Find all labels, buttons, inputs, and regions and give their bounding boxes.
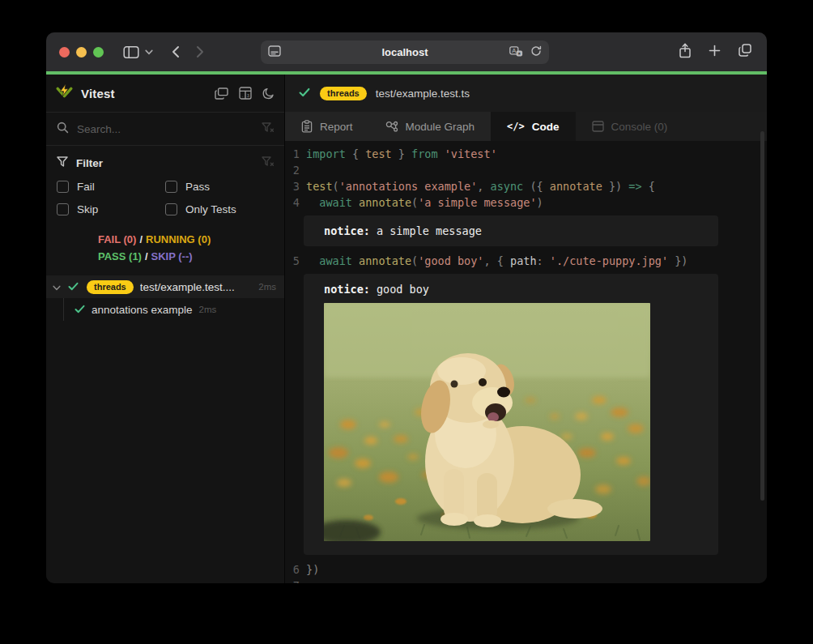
clear-filters-icon[interactable]: [262, 156, 274, 170]
puppy-image: [324, 303, 650, 541]
code-icon: </>: [507, 121, 525, 132]
minimize-window-button[interactable]: [76, 47, 87, 58]
sidebar-toggle-icon[interactable]: [123, 45, 139, 59]
vitest-logo-icon: [56, 83, 73, 103]
pool-badge: threads: [87, 280, 134, 294]
scrollbar-thumb[interactable]: [760, 131, 764, 501]
pass-check-icon: [68, 279, 79, 294]
forward-button[interactable]: [196, 45, 205, 58]
filter-section: Filter Fail: [46, 146, 284, 215]
tab-report[interactable]: Report: [285, 112, 369, 141]
code-line: 5 await annotate('good boy', { path: './…: [285, 253, 767, 269]
zoom-window-button[interactable]: [93, 47, 104, 58]
checkbox-box[interactable]: [57, 203, 69, 215]
dashboard-icon[interactable]: 3 .: [239, 87, 252, 100]
sidebar-header: Vitest 3 .: [46, 75, 284, 113]
share-icon[interactable]: [679, 43, 692, 62]
main-panel: threads test/example.test.ts Report: [285, 75, 767, 583]
reload-icon[interactable]: [530, 45, 542, 60]
checkbox-box[interactable]: [165, 181, 177, 193]
fail-count: FAIL (0): [98, 233, 136, 245]
test-file-name: test/example.test....: [140, 281, 253, 293]
dark-mode-moon-icon[interactable]: [262, 87, 275, 100]
tab-code[interactable]: </> Code: [491, 112, 575, 141]
open-file-name: test/example.test.ts: [376, 87, 470, 100]
browser-window: localhost A ★: [46, 32, 767, 583]
console-drawer-icon[interactable]: [215, 87, 228, 100]
test-duration: 2ms: [199, 305, 217, 314]
pool-badge: threads: [320, 87, 367, 100]
status-line-1: FAIL (0)/RUNNING (0): [98, 231, 284, 248]
code-line: 3test('annotations example', async ({ an…: [285, 178, 767, 194]
skip-count: SKIP (--): [151, 250, 193, 262]
code-line: 6}): [285, 561, 767, 578]
pass-check-icon: [299, 86, 310, 100]
url-text: localhost: [261, 46, 549, 58]
search-input[interactable]: Search...: [77, 123, 121, 135]
address-bar[interactable]: localhost A ★: [261, 41, 549, 64]
view-tab-bar: Report Module Graph </> Code: [285, 112, 767, 141]
code-line: 4 await annotate('a simple message'): [285, 194, 767, 211]
checkbox-box[interactable]: [57, 181, 69, 193]
checkbox-skip[interactable]: Skip: [57, 203, 165, 215]
clear-search-filter-icon[interactable]: [262, 122, 274, 136]
screen-background: localhost A ★: [0, 0, 813, 644]
new-tab-icon[interactable]: [709, 45, 721, 60]
code-line: 2: [285, 162, 767, 178]
code-line: 7: [285, 578, 767, 583]
back-button[interactable]: [171, 45, 180, 58]
close-window-button[interactable]: [59, 47, 70, 58]
test-file-row[interactable]: threads test/example.test.... 2ms: [46, 275, 284, 298]
browser-toolbar: localhost A ★: [46, 32, 767, 71]
tab-module-graph[interactable]: Module Graph: [369, 112, 492, 141]
annotation-notice: notice:a simple message: [304, 215, 718, 246]
filter-heading: Filter: [76, 157, 103, 169]
checkbox-fail[interactable]: Fail: [57, 181, 165, 193]
status-line-2: PASS (1)/SKIP (--): [98, 248, 284, 265]
app-title: Vitest: [81, 87, 115, 100]
translate-icon[interactable]: A ★: [509, 45, 523, 60]
tab-console[interactable]: Console (0): [576, 112, 684, 141]
svg-text:3: 3: [247, 93, 249, 98]
svg-text:★: ★: [517, 50, 521, 55]
vitest-sidebar: Vitest 3 .: [46, 75, 285, 583]
test-case-row[interactable]: annotations example 2ms: [46, 298, 284, 321]
file-header: threads test/example.test.ts: [285, 75, 767, 112]
page-settings-icon[interactable]: [268, 45, 281, 60]
tab-overview-icon[interactable]: [738, 43, 752, 61]
indent-guide: [63, 298, 64, 321]
test-status-summary: FAIL (0)/RUNNING (0) PASS (1)/SKIP (--): [46, 231, 284, 265]
checkbox-box[interactable]: [165, 203, 177, 215]
search-bar[interactable]: Search...: [46, 113, 284, 146]
filter-funnel-icon: [57, 156, 68, 170]
checkbox-pass[interactable]: Pass: [165, 181, 274, 193]
svg-text:A: A: [512, 46, 516, 53]
collapse-chevron-icon[interactable]: [53, 279, 61, 294]
annotation-notice-with-image: notice:good boy: [304, 274, 718, 555]
test-case-name: annotations example: [92, 304, 193, 316]
test-tree: threads test/example.test.... 2ms annota…: [46, 275, 284, 583]
checkbox-only-tests[interactable]: Only Tests: [165, 203, 274, 215]
pass-check-icon: [74, 302, 85, 317]
traffic-lights: [59, 47, 104, 58]
search-icon: [57, 122, 69, 137]
pass-count: PASS (1): [98, 250, 142, 262]
code-editor[interactable]: 1import { test } from 'vitest' 2 3test('…: [285, 141, 767, 583]
svg-text:.: .: [242, 93, 243, 98]
running-count: RUNNING (0): [146, 233, 211, 245]
code-line: 1import { test } from 'vitest': [285, 146, 767, 162]
chevron-down-icon[interactable]: [145, 49, 153, 55]
test-duration: 2ms: [258, 282, 276, 292]
